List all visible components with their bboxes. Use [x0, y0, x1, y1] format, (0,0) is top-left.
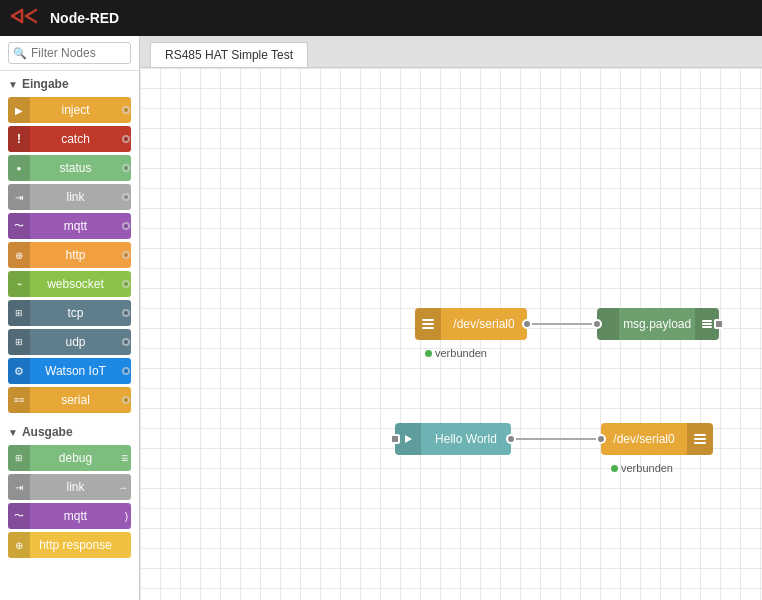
node-tcp-icon: ⊞: [8, 300, 30, 326]
chevron-down-icon-ausgabe: ▼: [8, 427, 18, 438]
logo-icon: [10, 6, 38, 31]
node-link-icon: ⇥: [8, 184, 30, 210]
node-catch-icon: !: [8, 126, 30, 152]
canvas-node-serial-in-status: verbunden: [425, 347, 487, 359]
section-eingabe-header[interactable]: ▼ Eingabe: [0, 71, 139, 95]
node-mqtt-in[interactable]: 〜 mqtt: [8, 213, 131, 239]
svg-rect-6: [422, 323, 434, 325]
section-ausgabe-label: Ausgabe: [22, 425, 73, 439]
node-debug-port: ≡: [121, 445, 131, 471]
svg-rect-7: [422, 327, 434, 329]
node-debug-label: debug: [30, 451, 121, 465]
node-serial-icon: ≡≡: [8, 387, 30, 413]
node-mqtt-icon: 〜: [8, 213, 30, 239]
canvas-node-hello-world-port-left: [390, 434, 400, 444]
svg-rect-8: [702, 320, 712, 322]
node-websocket-icon: ⌁: [8, 271, 30, 297]
tab-rs485-label: RS485 HAT Simple Test: [165, 48, 293, 62]
node-serial-port: [121, 387, 131, 413]
node-http-resp-icon: ⊕: [8, 532, 30, 558]
node-status[interactable]: ● status: [8, 155, 131, 181]
node-catch-port: [121, 126, 131, 152]
canvas-node-hello-world[interactable]: Hello World: [395, 423, 511, 455]
canvas-node-serial-in-port-right: [522, 319, 532, 329]
canvas-node-msg-payload[interactable]: msg.payload: [597, 308, 719, 340]
node-http-resp-label: http response: [30, 538, 121, 552]
section-ausgabe-nodes: ⊞ debug ≡ ⇥ link → 〜 mqtt ): [0, 443, 139, 564]
node-catch[interactable]: ! catch: [8, 126, 131, 152]
node-link-in[interactable]: ⇥ link: [8, 184, 131, 210]
node-http-icon: ⊕: [8, 242, 30, 268]
section-ausgabe-header[interactable]: ▼ Ausgabe: [0, 419, 139, 443]
node-tcp-in[interactable]: ⊞ tcp: [8, 300, 131, 326]
node-debug-out[interactable]: ⊞ debug ≡: [8, 445, 131, 471]
tabs-bar: RS485 HAT Simple Test: [140, 36, 762, 68]
node-link-label: link: [30, 190, 121, 204]
node-inject-label: inject: [30, 103, 121, 117]
node-status-icon: ●: [8, 155, 30, 181]
svg-rect-12: [694, 434, 706, 436]
topbar: Node-RED: [0, 0, 762, 36]
node-udp-icon: ⊞: [8, 329, 30, 355]
node-link-out-icon: ⇥: [8, 474, 30, 500]
node-mqtt-out-icon: 〜: [8, 503, 30, 529]
canvas-node-serial-in-label: /dev/serial0: [441, 317, 527, 331]
node-http-resp-port: [121, 532, 131, 558]
node-status-port: [121, 155, 131, 181]
node-http-response[interactable]: ⊕ http response: [8, 532, 131, 558]
node-link-out[interactable]: ⇥ link →: [8, 474, 131, 500]
canvas-node-serial-out-status: verbunden: [611, 462, 673, 474]
main-layout: 🔍 ▼ Eingabe ▶ inject ! catch: [0, 36, 762, 600]
node-mqtt-label: mqtt: [30, 219, 121, 233]
app-title: Node-RED: [50, 10, 119, 26]
node-tcp-label: tcp: [30, 306, 121, 320]
node-debug-icon: ⊞: [8, 445, 30, 471]
node-inject[interactable]: ▶ inject: [8, 97, 131, 123]
flow-canvas[interactable]: /dev/serial0 verbunden msg.payload: [140, 68, 762, 600]
node-watson-port: [121, 358, 131, 384]
node-serial-label: serial: [30, 393, 121, 407]
node-tcp-port: [121, 300, 131, 326]
canvas-node-hello-world-port-right: [506, 434, 516, 444]
section-eingabe-label: Eingabe: [22, 77, 69, 91]
node-udp-in[interactable]: ⊞ udp: [8, 329, 131, 355]
canvas-node-serial-in-icon: [415, 308, 441, 340]
canvas-node-msg-payload-port-right: [714, 319, 724, 329]
node-mqtt-out-label: mqtt: [30, 509, 121, 523]
node-http-in[interactable]: ⊕ http: [8, 242, 131, 268]
node-http-port: [121, 242, 131, 268]
tab-rs485[interactable]: RS485 HAT Simple Test: [150, 42, 308, 67]
canvas-area: RS485 HAT Simple Test: [140, 36, 762, 600]
node-link-out-port: →: [121, 474, 131, 500]
section-eingabe-nodes: ▶ inject ! catch ● status ⇥ link: [0, 95, 139, 419]
node-websocket-in[interactable]: ⌁ websocket: [8, 271, 131, 297]
sidebar-filter-container: 🔍: [0, 36, 139, 71]
svg-rect-9: [702, 323, 712, 325]
node-udp-port: [121, 329, 131, 355]
canvas-node-serial-out-port-left: [596, 434, 606, 444]
search-icon: 🔍: [13, 47, 27, 60]
node-mqtt-out[interactable]: 〜 mqtt ): [8, 503, 131, 529]
sidebar: 🔍 ▼ Eingabe ▶ inject ! catch: [0, 36, 140, 600]
canvas-node-serial-in[interactable]: /dev/serial0: [415, 308, 527, 340]
svg-marker-11: [405, 435, 412, 443]
node-websocket-label: websocket: [30, 277, 121, 291]
canvas-node-serial-out-icon: [687, 423, 713, 455]
node-watson-label: Watson IoT: [30, 364, 121, 378]
canvas-node-hello-world-label: Hello World: [421, 432, 511, 446]
node-catch-label: catch: [30, 132, 121, 146]
node-serial-in[interactable]: ≡≡ serial: [8, 387, 131, 413]
svg-line-4: [26, 16, 36, 22]
node-mqtt-port: [121, 213, 131, 239]
node-mqtt-out-port: ): [121, 503, 131, 529]
canvas-node-serial-out[interactable]: /dev/serial0: [601, 423, 713, 455]
node-watson-iot[interactable]: ⚙ Watson IoT: [8, 358, 131, 384]
svg-rect-14: [694, 442, 706, 444]
svg-line-3: [26, 10, 36, 16]
node-inject-icon: ▶: [8, 97, 30, 123]
node-udp-label: udp: [30, 335, 121, 349]
node-inject-port: [121, 97, 131, 123]
canvas-node-msg-payload-port-left: [592, 319, 602, 329]
node-link-out-label: link: [30, 480, 121, 494]
svg-rect-5: [422, 319, 434, 321]
